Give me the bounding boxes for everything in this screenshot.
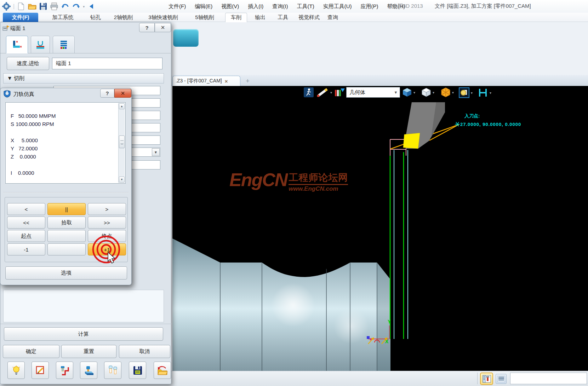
minus-one-button[interactable]: -1: [7, 243, 45, 255]
back-arrow-icon[interactable]: [87, 2, 96, 11]
tab-primary-settings[interactable]: [6, 36, 28, 53]
plus-one-button[interactable]: +1: [88, 243, 126, 255]
step-forward-button[interactable]: >: [88, 203, 126, 215]
ribbon-tab-5axis-milling[interactable]: 5轴铣削: [188, 13, 221, 22]
options-button[interactable]: 选项: [5, 266, 127, 280]
open-file-icon[interactable]: [28, 2, 36, 11]
pick-button[interactable]: 拾取: [47, 217, 86, 229]
filter-icon[interactable]: [334, 88, 345, 99]
zoom-preview-caret[interactable]: ▾: [471, 91, 473, 95]
rewind-button[interactable]: <<: [7, 217, 45, 229]
ribbon-tab-3axis-quick-milling[interactable]: 3轴快速铣削: [141, 13, 185, 22]
section-view-caret[interactable]: ▾: [490, 91, 491, 95]
hint-button[interactable]: [7, 362, 25, 379]
toolpath-link-button[interactable]: [56, 362, 73, 379]
manager-panel-toggle-icon[interactable]: [480, 373, 493, 385]
app-logo-icon: [2, 2, 11, 11]
menu-applications[interactable]: 应用(P): [360, 3, 378, 10]
floppy-save-icon: [133, 365, 143, 375]
tool-block-button[interactable]: [80, 362, 97, 379]
tab-display[interactable]: [53, 36, 75, 53]
orange-solid-icon[interactable]: ▾: [441, 87, 454, 97]
readout-scrollbar[interactable]: ▲ ▼: [118, 103, 125, 183]
dialog-divider: [3, 192, 129, 193]
ribbon-tab-file[interactable]: 文件(F): [3, 13, 38, 22]
scrollbar-thumb[interactable]: [119, 136, 125, 148]
ribbon-tab-visual-style[interactable]: 视觉样式: [294, 13, 324, 22]
ribbon-tab-drilling[interactable]: 钻孔: [86, 13, 105, 22]
ribbon-tab-row: 文件(F) 加工系统 钻孔 2轴铣削 3轴快速铣削 5轴铣削 车削 输出 工具 …: [0, 13, 588, 22]
blank-button[interactable]: [47, 230, 86, 242]
document-tab-label: .Z3 - [零件007_CAM]: [176, 78, 222, 84]
new-file-icon[interactable]: [17, 2, 25, 11]
print-icon[interactable]: [50, 2, 58, 11]
menu-insert[interactable]: 插入(I): [248, 3, 263, 10]
menu-view[interactable]: 视图(V): [221, 3, 239, 10]
ribbon-tab-2axis-milling[interactable]: 2轴铣削: [108, 13, 139, 22]
section-view-icon[interactable]: ▾: [478, 88, 491, 97]
blank-button[interactable]: [47, 243, 86, 255]
orange-solid-caret[interactable]: ▾: [452, 91, 454, 94]
watermark-brand: EngCN: [229, 171, 287, 189]
go-end-button[interactable]: 终点: [88, 230, 126, 242]
menu-utilities[interactable]: 实用工具(U): [323, 3, 352, 10]
step-back-button[interactable]: <: [7, 203, 45, 215]
viewport-3d[interactable]: 入刀点: 27.0000, 90.0000, 0.0000 Y X: [172, 86, 588, 371]
undo-icon[interactable]: [61, 2, 69, 11]
eraser-dropdown-caret[interactable]: ▾: [330, 91, 332, 94]
close-button[interactable]: ✕: [114, 89, 131, 98]
scroll-up-icon[interactable]: ▲: [119, 103, 125, 109]
ribbon-tab-tools[interactable]: 工具: [274, 13, 292, 22]
section-header-cutting[interactable]: ▼ 切削: [3, 73, 164, 83]
document-tab[interactable]: .Z3 - [零件007_CAM] ×: [172, 76, 240, 86]
ribbon-tab-turning[interactable]: 车削: [225, 13, 247, 22]
combo-dropdown-caret[interactable]: ▼: [392, 90, 400, 94]
tolerance-icon: [35, 40, 46, 49]
display-mode-combo[interactable]: 几何体 ▼: [346, 87, 400, 98]
shaded-cube-icon[interactable]: ▾: [402, 87, 415, 97]
pause-button[interactable]: ||: [47, 203, 86, 215]
walkthrough-icon[interactable]: [304, 87, 314, 99]
wireframe-cube-caret[interactable]: ▾: [433, 91, 434, 94]
speed-feed-button[interactable]: 速度,进给: [7, 57, 49, 70]
load-operation-button[interactable]: [154, 362, 171, 379]
edit-toolpath-button[interactable]: [32, 362, 49, 379]
ribbon-tab-output[interactable]: 输出: [251, 13, 270, 22]
reset-button[interactable]: 重置: [61, 345, 116, 358]
menu-inquire[interactable]: 查询(I): [272, 3, 288, 10]
ribbon-tab-machining-system[interactable]: 加工系统: [44, 13, 81, 22]
wireframe-cube-icon[interactable]: ▾: [421, 87, 434, 97]
zoom-preview-icon[interactable]: ▾: [459, 87, 473, 98]
eraser-tool-icon[interactable]: ▾: [316, 88, 332, 97]
menu-file[interactable]: 文件(F): [169, 3, 186, 10]
simulation-readout-text: F 50.0000 MMPM S 1000.0000 RPM X 5.0000 …: [11, 112, 56, 177]
tool-insert: [403, 133, 420, 149]
toolbar-overflow-caret[interactable]: ▾: [83, 5, 85, 8]
menu-edit[interactable]: 编辑(E): [195, 3, 212, 10]
tab-tolerance[interactable]: [31, 36, 50, 53]
save-icon[interactable]: [39, 2, 47, 11]
cancel-button[interactable]: 取消: [119, 345, 170, 358]
close-button[interactable]: ✕: [155, 23, 171, 32]
fast-forward-button[interactable]: >>: [88, 217, 126, 229]
ribbon-partial-button[interactable]: [173, 29, 199, 47]
go-start-button[interactable]: 起点: [7, 230, 45, 242]
menu-tools[interactable]: 工具(T): [297, 3, 314, 10]
statusbar-input[interactable]: [510, 373, 587, 384]
save-operation-button[interactable]: [129, 362, 146, 379]
ok-button[interactable]: 确定: [3, 345, 59, 358]
ribbon-tab-inquire[interactable]: 查询: [326, 13, 340, 22]
parameter-combo-caret[interactable]: ▼: [152, 148, 160, 156]
compute-button[interactable]: 计算: [4, 327, 163, 341]
operation-name-field[interactable]: 端面 1: [52, 58, 162, 69]
toolbar-separator: |: [13, 3, 15, 10]
shaded-cube-caret[interactable]: ▾: [413, 91, 415, 94]
help-button[interactable]: ?: [100, 89, 114, 98]
tool-pair-button[interactable]: [104, 362, 121, 379]
scroll-down-icon[interactable]: ▼: [119, 177, 125, 183]
document-tab-close-icon[interactable]: ×: [225, 78, 228, 84]
help-button[interactable]: ?: [139, 23, 155, 32]
new-tab-button[interactable]: +: [246, 77, 250, 85]
output-list-icon[interactable]: [496, 374, 507, 384]
redo-icon[interactable]: [72, 2, 80, 11]
